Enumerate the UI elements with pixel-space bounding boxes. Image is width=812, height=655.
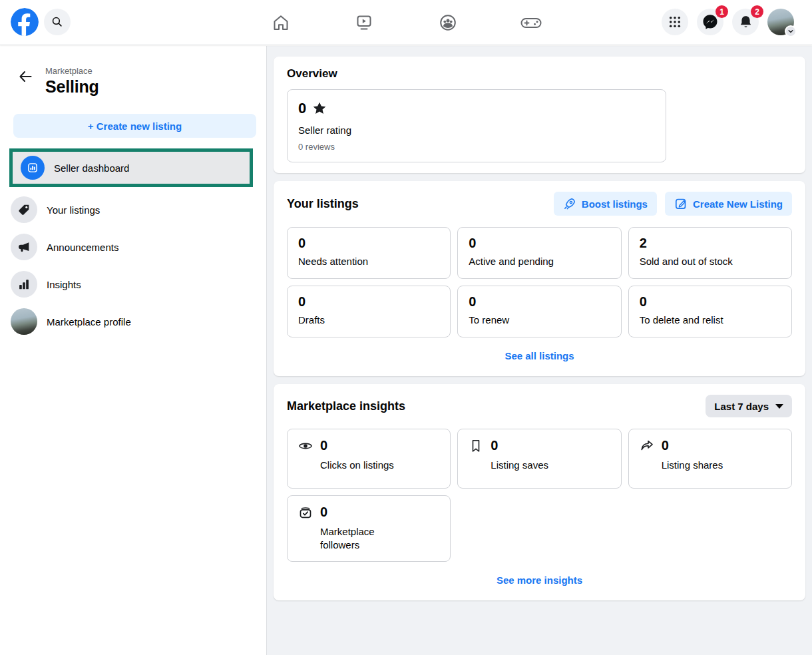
facebook-logo-icon[interactable]: [11, 8, 39, 36]
your-listings-title: Your listings: [287, 197, 359, 211]
overview-panel: Overview 0 Seller rating 0 reviews: [274, 57, 805, 173]
home-icon: [272, 13, 290, 32]
search-button[interactable]: [44, 9, 71, 35]
stat-value: 0: [469, 294, 610, 310]
insight-value: 0: [662, 438, 669, 453]
seller-rating-value: 0: [298, 100, 306, 117]
apps-menu-button[interactable]: [662, 9, 688, 35]
insight-value: 0: [320, 438, 327, 453]
followers-icon: [298, 505, 313, 520]
create-new-listing-button[interactable]: + Create new listing: [13, 114, 256, 138]
groups-icon: [439, 13, 457, 32]
eye-icon: [298, 439, 313, 453]
create-new-listing-header-button[interactable]: Create New Listing: [665, 192, 792, 216]
caret-down-icon: [775, 404, 783, 409]
sidebar-item-seller-dashboard[interactable]: Seller dashboard: [13, 152, 250, 184]
insight-card-clicks-on-listings: 0 Clicks on listings: [287, 429, 451, 489]
sidebar-item-label: Marketplace profile: [47, 316, 131, 328]
marketplace-insights-panel: Marketplace insights Last 7 days 0 Click…: [274, 384, 805, 600]
annotation-highlight: Seller dashboard: [9, 148, 253, 187]
bar-chart-icon: [11, 271, 37, 298]
see-more-insights-link[interactable]: See more insights: [287, 574, 792, 586]
boost-listings-label: Boost listings: [582, 198, 648, 210]
seller-dashboard-icon: [21, 156, 45, 180]
sidebar-item-label: Seller dashboard: [54, 162, 129, 174]
stat-card-sold-and-out-of-stock[interactable]: 2 Sold and out of stock: [628, 227, 792, 279]
stat-value: 0: [469, 236, 610, 251]
overview-title: Overview: [287, 67, 792, 81]
bell-icon: [737, 14, 754, 31]
stat-label: Needs attention: [298, 256, 439, 267]
seller-dashboard-main: Overview 0 Seller rating 0 reviews Your …: [267, 46, 812, 655]
notifications-badge: 2: [751, 5, 763, 18]
sidebar-item-announcements[interactable]: Announcements: [0, 228, 266, 266]
compose-icon: [674, 197, 688, 210]
insight-value: 0: [491, 438, 498, 453]
stat-card-active-and-pending[interactable]: 0 Active and pending: [457, 227, 621, 279]
stat-card-drafts[interactable]: 0 Drafts: [287, 286, 451, 337]
sidebar-item-insights[interactable]: Insights: [0, 266, 266, 303]
top-navigation-bar: 1 2: [0, 0, 812, 45]
tag-icon: [11, 196, 37, 223]
star-icon: [312, 101, 327, 116]
stat-label: To renew: [469, 314, 610, 326]
insight-card-marketplace-followers: 0 Marketplace followers: [287, 495, 451, 562]
breadcrumb: Marketplace: [45, 66, 99, 76]
sidebar-item-label: Insights: [47, 279, 81, 290]
sidebar-item-label: Announcements: [47, 242, 118, 253]
watch-tab[interactable]: [348, 11, 380, 35]
create-new-listing-label: Create New Listing: [693, 198, 783, 210]
period-dropdown[interactable]: Last 7 days: [706, 395, 792, 417]
stat-card-to-renew[interactable]: 0 To renew: [457, 286, 621, 337]
groups-tab[interactable]: [432, 11, 464, 35]
marketplace-selling-sidebar: Marketplace Selling + Create new listing…: [0, 46, 267, 655]
search-icon: [50, 15, 65, 29]
apps-grid-icon: [668, 15, 682, 29]
insight-card-listing-saves: 0 Listing saves: [457, 429, 621, 489]
your-listings-panel: Your listings Boost listings Create N: [274, 181, 805, 376]
seller-rating-card: 0 Seller rating 0 reviews: [287, 89, 666, 162]
sidebar-item-marketplace-profile[interactable]: Marketplace profile: [0, 303, 266, 340]
profile-avatar[interactable]: [767, 9, 794, 35]
gaming-icon: [520, 13, 542, 32]
see-all-listings-link[interactable]: See all listings: [287, 350, 792, 361]
insight-label: Listing saves: [469, 459, 610, 472]
stat-label: Sold and out of stock: [640, 256, 781, 267]
chevron-down-icon: [785, 25, 797, 37]
back-arrow-icon: [17, 69, 33, 85]
insight-label: Marketplace followers: [298, 525, 395, 552]
insight-card-listing-shares: 0 Listing shares: [628, 429, 792, 489]
marketplace-insights-title: Marketplace insights: [287, 399, 405, 413]
seller-rating-label: Seller rating: [298, 124, 655, 136]
insight-label: Clicks on listings: [298, 459, 439, 472]
stat-label: Active and pending: [469, 256, 610, 267]
profile-photo-avatar: [11, 308, 37, 335]
messenger-icon: [702, 13, 719, 31]
stat-value: 0: [298, 236, 439, 251]
boost-listings-button[interactable]: Boost listings: [554, 192, 657, 216]
reviews-count: 0 reviews: [298, 142, 655, 152]
back-button[interactable]: [17, 66, 33, 85]
stat-label: To delete and relist: [640, 314, 781, 326]
stat-label: Drafts: [298, 314, 439, 326]
stat-value: 0: [640, 294, 781, 310]
megaphone-icon: [11, 234, 37, 260]
messenger-badge: 1: [715, 5, 728, 18]
stat-card-needs-attention[interactable]: 0 Needs attention: [287, 227, 451, 279]
insight-value: 0: [320, 505, 327, 520]
rocket-icon: [563, 197, 576, 210]
page-title: Selling: [45, 77, 99, 97]
sidebar-item-your-listings[interactable]: Your listings: [0, 191, 266, 228]
stat-value: 0: [298, 294, 439, 310]
insight-label: Listing shares: [640, 459, 781, 472]
gaming-tab[interactable]: [515, 11, 547, 35]
watch-video-icon: [355, 13, 373, 32]
sidebar-item-label: Your listings: [47, 204, 100, 216]
home-tab[interactable]: [265, 11, 297, 35]
stat-card-to-delete-and-relist[interactable]: 0 To delete and relist: [628, 286, 792, 337]
period-label: Last 7 days: [714, 401, 769, 412]
share-icon: [640, 439, 654, 453]
stat-value: 2: [640, 236, 781, 251]
bookmark-icon: [469, 439, 483, 453]
